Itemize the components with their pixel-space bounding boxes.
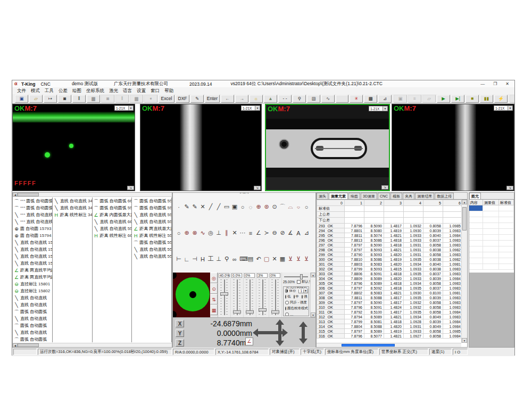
maximize-button[interactable]: ❐	[493, 81, 497, 86]
element-content-cell[interactable]	[469, 241, 483, 246]
master-slider[interactable]	[284, 276, 308, 277]
element-content-cell[interactable]	[469, 223, 483, 228]
value-cell[interactable]: 0.8039	[423, 319, 443, 324]
empty-cell[interactable]	[443, 206, 462, 212]
value-cell[interactable]: 0.8058	[423, 224, 443, 228]
value-cell[interactable]: 7.8790	[345, 252, 364, 257]
list-item[interactable]: ╲直线 自动直线	[13, 294, 52, 301]
list-item[interactable]: ⌒圆弧 自动圆弧55	[93, 204, 132, 211]
chevron-down-icon[interactable]: ▼	[303, 289, 307, 293]
element-content-cell[interactable]	[469, 258, 483, 263]
radio-icon[interactable]	[285, 307, 286, 310]
list-item[interactable]: ╲直线 自动直线55	[132, 218, 171, 225]
value-cell[interactable]: 0.8058	[423, 329, 443, 334]
row-id-cell[interactable]: 314OK	[317, 324, 345, 329]
tab-4[interactable]: CNC	[378, 193, 390, 199]
element-row[interactable]	[469, 205, 514, 211]
value-cell[interactable]: 1.0934	[404, 281, 423, 286]
list-item[interactable]: ╲直线 自动直线15	[13, 260, 52, 267]
menu-item-9[interactable]: 窗口	[151, 88, 160, 94]
lens-zoom-select[interactable]: 1-21X▼	[114, 105, 134, 111]
value-cell[interactable]: 1.4818	[384, 286, 404, 291]
value-cell[interactable]: 1.0933	[404, 267, 423, 271]
value-cell[interactable]: 8.5081	[364, 319, 384, 324]
export-dxf-button[interactable]: DXF	[176, 95, 189, 103]
row-id-cell[interactable]: 307OK	[317, 291, 345, 295]
list-item[interactable]: ⌒圆弧 自动圆弧55	[132, 204, 171, 211]
value-cell[interactable]: 1.0983	[443, 305, 462, 310]
value-cell[interactable]: 1.0985	[443, 224, 462, 228]
lens-zoom-select[interactable]: 1-21X▼	[241, 105, 260, 111]
empty-cell[interactable]	[384, 212, 404, 218]
element-content-cell[interactable]	[469, 264, 483, 269]
z-jog-arrow[interactable]	[299, 322, 307, 344]
value-cell[interactable]: 7.8811	[345, 295, 364, 300]
value-cell[interactable]: 1.0984	[443, 334, 462, 339]
ring-tool-icon[interactable]: ◎	[207, 229, 214, 236]
value-cell[interactable]: 1.0983	[443, 300, 462, 305]
slider-thumb[interactable]	[259, 308, 267, 311]
table-row[interactable]: 298OK7.87978.50931.48211.09310.80381.098…	[317, 248, 462, 252]
element-content-cell[interactable]	[469, 252, 483, 258]
rect-tool-icon[interactable]: ▭	[223, 203, 230, 210]
value-cell[interactable]: 7.8792	[345, 310, 364, 315]
row-id-cell[interactable]: 316OK	[317, 334, 345, 339]
value-cell[interactable]: 0.8038	[423, 257, 443, 262]
beam-top-tool-icon[interactable]: 工	[207, 255, 214, 263]
value-cell[interactable]: 1.0984	[443, 276, 462, 281]
value-cell[interactable]: 0.8058	[423, 305, 443, 310]
menu-item-8[interactable]: 设置	[137, 88, 146, 94]
value-cell[interactable]: 0.8100	[423, 291, 443, 295]
empty-cell[interactable]	[404, 206, 423, 212]
row-id-cell[interactable]: 295OK	[317, 233, 345, 238]
chevron-down-icon[interactable]: ▼	[128, 106, 133, 110]
table-row[interactable]: 301OK7.88038.50831.48201.09340.80401.098…	[317, 262, 462, 267]
value-cell[interactable]: 7.8810	[345, 257, 364, 262]
row-id-cell[interactable]: 310OK	[317, 305, 345, 310]
element-nominal-cell[interactable]	[499, 252, 514, 258]
camera-view-3-selected[interactable]: OKM:7 1-21X▼ ⇲	[265, 104, 390, 191]
value-cell[interactable]: 1.0983	[443, 271, 462, 276]
curve-tool-icon[interactable]: ∿	[200, 229, 206, 236]
text-tool-icon[interactable]: A	[295, 230, 302, 236]
table-row[interactable]: 299OK7.87908.50931.48201.09310.80581.098…	[317, 252, 462, 257]
value-cell[interactable]: 1.4818	[384, 238, 404, 243]
table-row[interactable]: 312OK7.87948.50891.48211.09340.80491.098…	[317, 315, 462, 319]
column-header[interactable]: 5	[423, 200, 443, 206]
value-cell[interactable]: 7.8797	[345, 286, 364, 291]
tab-element[interactable]: 图元	[469, 193, 481, 199]
arrow-right-button[interactable]: →	[235, 95, 248, 103]
corner-tool-icon[interactable]: ∟	[184, 256, 190, 262]
run-button[interactable]: ▶	[437, 95, 450, 103]
tab-1[interactable]: 测量元素	[329, 193, 348, 199]
probe-tool-icon[interactable]: ⚲	[223, 256, 230, 262]
table-row[interactable]: 302OK7.87998.50931.48151.09330.80381.098…	[317, 267, 462, 271]
list-item[interactable]: ∠距离 两直线平均距	[13, 267, 52, 274]
value-cell[interactable]: 0.8058	[423, 243, 443, 248]
view-resize-handle[interactable]: ⇲	[381, 185, 388, 190]
element-content-cell[interactable]	[469, 229, 483, 234]
qr-code-button[interactable]: ▩	[364, 95, 377, 103]
table-row[interactable]: 295OK7.88118.50741.48211.09330.80401.098…	[317, 233, 462, 238]
value-cell[interactable]: 0.8058	[423, 334, 443, 339]
image-view-button[interactable]: ▲	[264, 95, 277, 103]
element-content-cell[interactable]	[469, 246, 483, 252]
pause-button[interactable]: ▮▮	[480, 95, 493, 103]
value-cell[interactable]: 1.0927	[404, 334, 423, 339]
value-cell[interactable]: 7.8799	[345, 267, 364, 271]
list-item[interactable]: ⊕圆 自动圆15793	[13, 225, 52, 232]
run-to-end-button[interactable]: ▶|	[451, 95, 464, 103]
element-nominal-cell[interactable]	[499, 205, 514, 211]
element-row[interactable]	[469, 246, 514, 252]
list-item[interactable]: ∠距离 两直线平均距	[13, 274, 52, 281]
menu-item-2[interactable]: 工具	[45, 88, 54, 94]
scroll-left-icon[interactable]: ◀	[13, 343, 18, 347]
value-cell[interactable]: 0.8037	[423, 238, 443, 243]
empty-cell[interactable]	[345, 212, 364, 218]
row-id-cell[interactable]: 298OK	[317, 248, 345, 252]
value-cell[interactable]: 1.4824	[384, 305, 404, 310]
circle-grid-tool-icon[interactable]: ⊕	[184, 229, 190, 236]
save-button[interactable]: ▣	[15, 95, 28, 103]
value-cell[interactable]: 1.0981	[443, 291, 462, 295]
tab-8[interactable]: 数据上传	[435, 193, 454, 199]
